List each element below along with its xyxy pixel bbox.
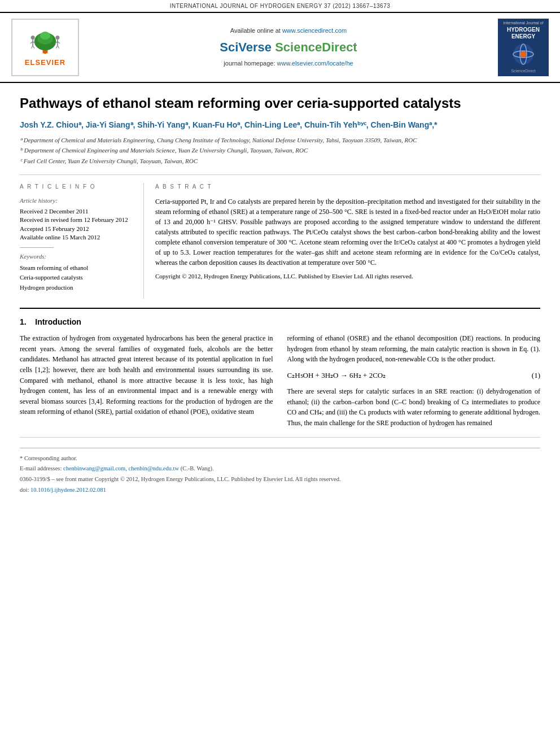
journal-center-info: Available online at www.sciencedirect.co… [88,19,489,76]
svg-line-15 [56,45,58,48]
intro-heading: 1. Introduction [20,317,540,328]
info-abstract-section: A R T I C L E I N F O Article history: R… [20,174,540,298]
affiliation-c: ᶜ Fuel Cell Center, Yuan Ze University C… [20,156,540,166]
equation-number: (1) [532,370,540,381]
doi-line: doi: 10.1016/j.ijhydene.2012.02.081 [20,486,540,495]
article-content: Pathways of ethanol steam reforming over… [0,83,560,507]
svg-point-5 [31,36,35,40]
accepted-date: Accepted 15 February 2012 [20,225,135,233]
affiliations: ᵃ Department of Chemical and Materials E… [20,136,540,166]
intro-two-col: The extraction of hydrogen from oxygenat… [20,333,540,428]
svg-line-9 [32,45,33,48]
equation-1: C₂H₅OH + 3H₂O → 6H₂ + 2CO₂ (1) [287,370,541,381]
article-info-column: A R T I C L E I N F O Article history: R… [20,183,144,298]
svg-line-16 [58,45,59,48]
email-note: E-mail addresses: chenbinwang@gmail.com,… [20,464,540,473]
keywords-label: Keywords: [20,252,135,261]
intro-right-col: reforming of ethanol (OSRE) and the etha… [287,333,541,428]
email-link-1[interactable]: chenbinwang@gmail.com [63,465,125,471]
keywords-list: Steam reforming of ethanol Ceria-support… [20,263,135,293]
available-online-text: Available online at www.sciencedirect.co… [230,27,347,35]
revised-date: Received in revised form 12 February 201… [20,216,135,224]
available-online-date: Available online 15 March 2012 [20,233,135,242]
intro-left-col: The extraction of hydrogen from oxygenat… [20,333,273,428]
journal-topbar: INTERNATIONAL JOURNAL OF HYDROGEN ENERGY… [0,0,560,13]
section-number: 1. [20,317,27,326]
received-date: Received 2 December 2011 [20,207,135,216]
journal-citation: INTERNATIONAL JOURNAL OF HYDROGEN ENERGY… [170,3,391,9]
email-author: (C.-B. Wang). [181,465,214,471]
introduction-section: 1. Introduction The extraction of hydrog… [20,308,540,429]
keyword-1: Steam reforming of ethanol [20,263,135,273]
footer-divider [20,448,540,448]
intro-right-text-2: There are several steps for catalytic su… [287,386,541,428]
keywords-group: Keywords: Steam reforming of ethanol Cer… [20,252,135,292]
email-label: E-mail addresses: [20,465,63,471]
article-info-label: A R T I C L E I N F O [20,183,135,191]
article-history-group: Article history: Received 2 December 201… [20,196,135,242]
svg-point-19 [520,51,527,58]
abstract-text: Ceria-supported Pt, Ir and Co catalysts … [155,196,540,268]
intro-left-text: The extraction of hydrogen from oxygenat… [20,333,273,417]
sciencedirect-link[interactable]: www.sciencedirect.com [282,27,347,34]
svg-point-3 [40,32,50,40]
journal-homepage-text: journal homepage: www.elsevier.com/locat… [224,59,353,68]
cover-main-title: HYDROGEN ENERGY [500,27,546,40]
equation-formula: C₂H₅OH + 3H₂O → 6H₂ + 2CO₂ [287,370,532,381]
journal-header: ELSEVIER Available online at www.science… [0,13,560,83]
corresponding-author-note: * Corresponding author. [20,454,540,463]
svg-rect-4 [44,53,46,54]
intro-right-text-1: reforming of ethanol (OSRE) and the etha… [287,333,541,365]
affiliation-a: ᵃ Department of Chemical and Materials E… [20,136,540,145]
page-footer: * Corresponding author. E-mail addresses… [20,437,540,495]
svg-line-10 [33,45,34,48]
cover-int-title: International Journal of [503,21,543,25]
abstract-column: A B S T R A C T Ceria-supported Pt, Ir a… [155,183,540,298]
info-divider [20,247,54,248]
authors-line: Josh Y.Z. Chiouᵃ, Jia-Yi Siangᵃ, Shih-Yi… [20,120,540,131]
keyword-3: Hydrogen production [20,283,135,293]
elsevier-logo: ELSEVIER [11,19,79,76]
journal-cover: International Journal of HYDROGEN ENERGY… [498,19,549,76]
section-title: Introduction [35,317,81,326]
doi-label: doi: [20,487,29,493]
article-title: Pathways of ethanol steam reforming over… [20,94,540,112]
elsevier-brand-text: ELSEVIER [25,58,65,68]
abstract-label: A B S T R A C T [155,183,540,191]
abstract-copyright: Copyright © 2012, Hydrogen Energy Public… [155,272,540,281]
svg-point-11 [55,36,59,40]
journal-homepage-link[interactable]: www.elsevier.com/locate/he [277,60,353,67]
issn-line: 0360-3199/$ – see front matter Copyright… [20,475,540,484]
doi-link[interactable]: 10.1016/j.ijhydene.2012.02.081 [30,487,106,493]
keyword-2: Ceria-supported catalysts [20,273,135,283]
email-link-2[interactable]: chenbin@ndu.edu.tw [129,465,180,471]
affiliation-b: ᵇ Department of Chemical Engineering and… [20,146,540,155]
corresponding-label: * Corresponding author. [20,455,77,461]
sciverse-brand: SciVerse ScienceDirect [220,39,357,56]
cover-sd-logo: ScienceDirect [511,68,535,74]
authors-text: Josh Y.Z. Chiouᵃ, Jia-Yi Siangᵃ, Shih-Yi… [20,120,438,129]
history-label: Article history: [20,196,135,205]
